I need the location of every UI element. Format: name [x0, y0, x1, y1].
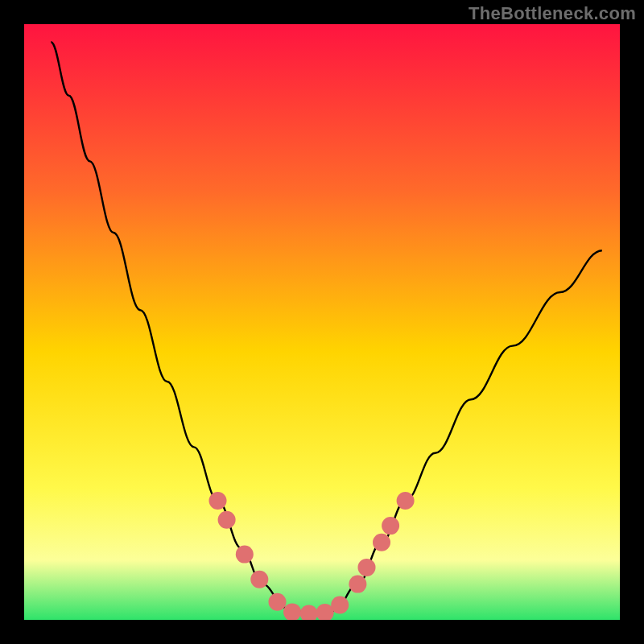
data-marker [349, 576, 366, 593]
data-marker [382, 517, 399, 535]
data-marker [236, 546, 254, 564]
chart-stage: TheBottleneck.com [0, 0, 644, 644]
watermark-label: TheBottleneck.com [469, 3, 636, 24]
data-marker [269, 593, 287, 611]
data-marker [373, 534, 390, 551]
data-marker [331, 597, 349, 614]
data-marker [209, 492, 227, 510]
data-marker [250, 571, 268, 588]
data-marker [397, 492, 415, 510]
chart-background [24, 24, 620, 620]
data-marker [218, 511, 236, 529]
data-marker [358, 559, 376, 576]
bottleneck-chart [24, 24, 620, 620]
